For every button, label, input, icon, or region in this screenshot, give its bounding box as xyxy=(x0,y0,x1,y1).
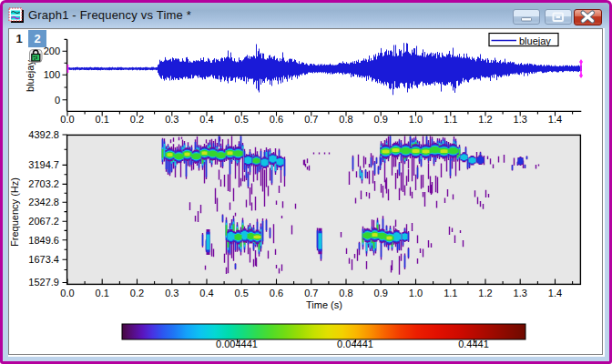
svg-text:0.9: 0.9 xyxy=(374,288,388,298)
svg-text:1.4: 1.4 xyxy=(548,288,562,298)
svg-text:0.0: 0.0 xyxy=(60,114,74,125)
svg-text:0.9: 0.9 xyxy=(374,114,388,125)
svg-text:4392.8: 4392.8 xyxy=(28,129,59,140)
svg-text:0.3: 0.3 xyxy=(165,114,178,125)
svg-text:0: 0 xyxy=(55,95,60,106)
svg-text:2342.8: 2342.8 xyxy=(28,197,59,207)
svg-text:0.004441: 0.004441 xyxy=(216,339,258,349)
svg-text:0.5: 0.5 xyxy=(235,114,249,125)
svg-text:2703.2: 2703.2 xyxy=(28,178,59,189)
svg-text:1.2: 1.2 xyxy=(478,288,492,298)
svg-text:100: 100 xyxy=(44,69,60,80)
svg-text:Time (s): Time (s) xyxy=(306,299,342,310)
svg-text:0.1: 0.1 xyxy=(96,114,109,125)
svg-text:0.6: 0.6 xyxy=(270,114,283,125)
svg-text:0.7: 0.7 xyxy=(304,288,318,298)
svg-text:0.4: 0.4 xyxy=(199,114,213,125)
svg-text:0.2: 0.2 xyxy=(130,114,144,125)
svg-text:1.1: 1.1 xyxy=(444,114,457,125)
svg-text:200: 200 xyxy=(44,46,60,56)
svg-text:1.2: 1.2 xyxy=(478,114,492,125)
svg-text:0.4441: 0.4441 xyxy=(458,339,489,349)
svg-text:0.5: 0.5 xyxy=(235,288,249,298)
svg-text:1.0: 1.0 xyxy=(409,114,423,125)
svg-text:3194.7: 3194.7 xyxy=(28,159,59,170)
svg-text:0.8: 0.8 xyxy=(339,114,352,125)
svg-text:1527.9: 1527.9 xyxy=(28,277,59,288)
svg-text:0.4: 0.4 xyxy=(199,288,213,298)
svg-text:0.7: 0.7 xyxy=(304,114,318,125)
svg-text:1.3: 1.3 xyxy=(514,114,527,125)
svg-text:1.4: 1.4 xyxy=(548,114,562,125)
svg-text:0.3: 0.3 xyxy=(165,288,178,298)
svg-text:1.1: 1.1 xyxy=(444,288,457,298)
svg-text:1673.4: 1673.4 xyxy=(28,254,59,265)
svg-text:0.1: 0.1 xyxy=(96,288,109,298)
svg-text:1.0: 1.0 xyxy=(409,288,423,298)
svg-text:0.8: 0.8 xyxy=(339,288,352,298)
svg-text:0.2: 0.2 xyxy=(130,288,144,298)
svg-text:2067.2: 2067.2 xyxy=(28,216,59,227)
svg-text:1.3: 1.3 xyxy=(514,288,527,298)
svg-text:bluejay: bluejay xyxy=(519,35,551,46)
svg-text:0.04441: 0.04441 xyxy=(337,339,373,349)
svg-text:0.0: 0.0 xyxy=(60,288,74,298)
svg-text:0.6: 0.6 xyxy=(270,288,283,298)
svg-text:1849.6: 1849.6 xyxy=(28,235,59,246)
svg-text:bluejay: bluejay xyxy=(25,60,36,92)
svg-text:Frequency (Hz): Frequency (Hz) xyxy=(9,177,20,247)
